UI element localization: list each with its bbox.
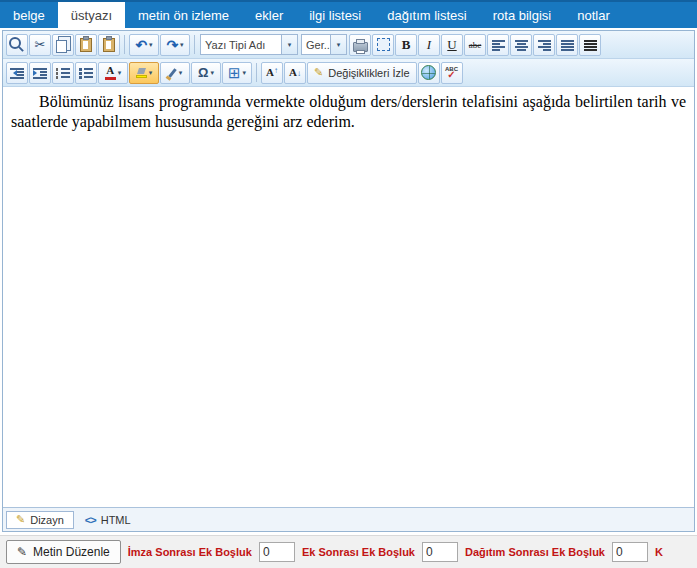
align-center-button[interactable] [510, 34, 532, 56]
strikethrough-button[interactable]: abe [464, 34, 486, 56]
subscript-letter: A [289, 67, 297, 78]
track-changes-label: Değişiklikleri İzle [328, 67, 409, 79]
tab-rota-bilgisi[interactable]: rota bilgisi [480, 2, 565, 28]
track-changes-button[interactable]: ✎ Değişiklikleri İzle [307, 62, 417, 84]
align-right-icon [538, 39, 551, 51]
numbered-list-icon [56, 67, 70, 79]
chevron-down-icon: ▾ [179, 69, 183, 76]
tab-dagitim-listesi[interactable]: dağıtım listesi [374, 2, 479, 28]
align-justify-button[interactable] [556, 34, 578, 56]
copy-icon [56, 40, 67, 53]
spellcheck-button[interactable]: ABC ✓ [441, 62, 463, 84]
superscript-button[interactable]: A ↑ [261, 62, 283, 84]
insert-table-button[interactable]: ⊞ ▾ [222, 62, 252, 84]
bold-button[interactable]: B [395, 34, 417, 56]
document-paragraph: Bölümünüz lisans programında vermekte ol… [11, 92, 686, 132]
editor-mode-bar: ✎ Dizayn <> HTML [3, 507, 694, 531]
tab-ilgi-listesi[interactable]: ilgi listesi [296, 2, 374, 28]
font-color-button[interactable]: A ▾ [98, 62, 128, 84]
font-size-dropdown[interactable]: Ger... ▾ [301, 34, 347, 55]
print-icon [353, 42, 368, 52]
edit-text-button[interactable]: ✎ Metin Düzenle [6, 540, 121, 564]
indent-icon [33, 67, 47, 79]
paste-button[interactable] [75, 34, 97, 56]
special-character-button[interactable]: Ω ▾ [191, 62, 221, 84]
bold-icon: B [402, 37, 411, 53]
pencil-icon: ✎ [16, 514, 25, 525]
spellcheck-icon: ABC ✓ [445, 66, 458, 80]
undo-icon: ↶ [135, 38, 147, 52]
tab-metin-on-izleme[interactable]: metin ön izleme [125, 2, 242, 28]
superscript-icon: A ↑ [266, 67, 278, 78]
label-truncated: K [655, 546, 663, 558]
paste-icon [80, 38, 92, 52]
copy-button[interactable] [52, 34, 74, 56]
cut-button[interactable]: ✂ [29, 34, 51, 56]
chevron-down-icon: ▾ [180, 41, 184, 48]
highlight-marker-tip [137, 68, 146, 74]
highlight-color-bar [136, 75, 147, 78]
tab-belge[interactable]: belge [0, 2, 58, 28]
tab-ustyazi[interactable]: üstyazı [58, 2, 125, 28]
tab-notlar[interactable]: notlar [564, 2, 623, 28]
cut-icon: ✂ [35, 38, 46, 51]
align-justify-icon [561, 39, 574, 51]
chevron-down-icon: ▾ [281, 35, 297, 54]
subscript-button[interactable]: A ↓ [284, 62, 306, 84]
print-button[interactable] [349, 34, 371, 56]
code-icon: <> [85, 514, 96, 526]
undo-button[interactable]: ↶ ▾ [129, 34, 159, 56]
format-painter-icon [168, 68, 177, 78]
subscript-arrow: ↓ [297, 70, 301, 78]
numbered-list-button[interactable] [52, 62, 74, 84]
find-replace-button[interactable] [6, 34, 28, 56]
paste-from-word-icon [103, 38, 115, 52]
tab-ekler[interactable]: ekler [242, 2, 296, 28]
align-left-button[interactable] [487, 34, 509, 56]
align-right-button[interactable] [533, 34, 555, 56]
bullet-list-button[interactable] [75, 62, 97, 84]
fullscreen-button[interactable] [372, 34, 394, 56]
underline-button[interactable]: U [441, 34, 463, 56]
pencil-icon: ✎ [314, 67, 323, 78]
dagitim-sonrasi-ek-bosluk-input[interactable] [612, 542, 648, 562]
label-dagitim-sonrasi-ek-bosluk: Dağıtım Sonrası Ek Boşluk [465, 546, 605, 558]
font-name-dropdown[interactable]: Yazı Tipi Adı ▾ [200, 34, 298, 55]
chevron-down-icon: ▾ [210, 69, 214, 76]
font-color-bar [105, 77, 116, 80]
chevron-down-icon: ▾ [243, 69, 247, 76]
omega-icon: Ω [198, 66, 208, 79]
tab-rota-bilgisi-label: rota bilgisi [493, 8, 552, 23]
tab-notlar-label: notlar [577, 8, 610, 23]
redo-button[interactable]: ↷ ▾ [160, 34, 190, 56]
font-name-value: Yazı Tipi Adı [201, 35, 281, 54]
outdent-button[interactable] [6, 62, 28, 84]
bullet-list-icon [79, 67, 93, 79]
chevron-down-icon: ▾ [330, 35, 346, 54]
html-tab-label: HTML [101, 514, 131, 526]
ek-sonrasi-ek-bosluk-input[interactable] [422, 542, 458, 562]
paste-from-word-button[interactable] [98, 34, 120, 56]
superscript-letter: A [266, 67, 274, 78]
italic-button[interactable]: I [418, 34, 440, 56]
indent-button[interactable] [29, 62, 51, 84]
editor-content[interactable]: Bölümünüz lisans programında vermekte ol… [3, 87, 694, 507]
tab-dagitim-listesi-label: dağıtım listesi [387, 8, 466, 23]
formatting-marks-button[interactable] [579, 34, 601, 56]
imza-sonrasi-ek-bosluk-input[interactable] [259, 542, 295, 562]
pencil-icon: ✎ [17, 546, 27, 558]
align-left-icon [492, 39, 505, 51]
format-painter-button[interactable]: ▾ [160, 62, 190, 84]
highlight-color-button[interactable]: ▾ [129, 62, 159, 84]
tab-html[interactable]: <> HTML [76, 512, 140, 528]
document-tab-bar: belge üstyazı metin ön izleme ekler ilgi… [0, 0, 697, 28]
toolbar-row-1: ✂ ↶ ▾ ↷ ▾ Yazı Tipi Adı ▾ Ger... ▾ B I U… [3, 31, 694, 59]
tab-design[interactable]: ✎ Dizayn [6, 511, 74, 529]
hyperlink-button[interactable] [418, 62, 440, 84]
formatting-marks-icon [584, 39, 597, 51]
table-icon: ⊞ [228, 66, 241, 80]
underline-icon: U [447, 37, 456, 53]
font-color-letter: A [106, 65, 114, 76]
find-icon [9, 37, 21, 49]
superscript-arrow: ↑ [274, 67, 278, 75]
